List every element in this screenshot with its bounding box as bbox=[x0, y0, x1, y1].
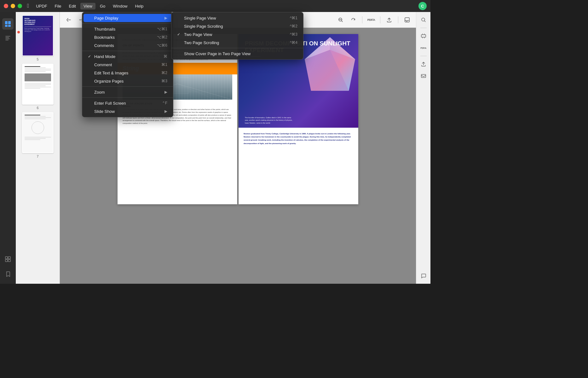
thumbnail-7[interactable]: 7 bbox=[19, 112, 57, 158]
inbox-button[interactable] bbox=[402, 15, 412, 25]
rs-envelope-button[interactable] bbox=[418, 71, 429, 81]
thumbnail-5[interactable]: PRISMDECOMPOSITION SUNLIGHTEXPERIMENT Ne… bbox=[19, 15, 57, 61]
comments-label: Comments bbox=[94, 43, 157, 48]
menu-zoom[interactable]: Zoom ▶ bbox=[82, 88, 173, 96]
toolbar-divider-5 bbox=[398, 16, 398, 23]
rs-pdfa-button[interactable]: PDF/A bbox=[418, 43, 429, 53]
menu-edit[interactable]: Edit bbox=[66, 3, 79, 9]
rs-divider-2 bbox=[420, 56, 427, 56]
sidebar-icon-bookmark[interactable] bbox=[2, 269, 14, 280]
menu-slide-show[interactable]: Slide Show ▶ bbox=[82, 107, 173, 115]
menu-organize-pages[interactable]: Organize Pages ⌘3 bbox=[82, 77, 173, 85]
full-screen-shortcut: ⌃F bbox=[162, 101, 167, 105]
right-sidebar: PDF/A bbox=[416, 12, 430, 284]
view-dropdown[interactable]: Page Display ▶ Thumbnails ⌥⌘1 Bookmarks … bbox=[82, 12, 173, 117]
submenu-show-cover-page[interactable]: Show Cover Page in Two Page View bbox=[171, 49, 303, 58]
svg-rect-0 bbox=[5, 21, 8, 24]
tpv-label: Two Page View bbox=[184, 32, 290, 37]
toolbar-divider-3 bbox=[362, 16, 362, 23]
pdf-tools-button[interactable]: PDF/A bbox=[366, 15, 376, 25]
menu-updf[interactable]: UPDF bbox=[33, 3, 50, 9]
thumb-5-num: 5 bbox=[37, 57, 38, 61]
menu-help[interactable]: Help bbox=[132, 3, 147, 9]
thumbnails-label: Thumbnails bbox=[94, 27, 157, 32]
tpv-shortcut: ^⌘3 bbox=[290, 32, 297, 37]
svg-rect-4 bbox=[5, 257, 8, 259]
svg-rect-2 bbox=[5, 25, 8, 27]
svg-rect-11 bbox=[405, 18, 409, 22]
rs-scan-button[interactable] bbox=[418, 31, 429, 41]
sidebar-icon-thumbnails[interactable] bbox=[2, 18, 14, 30]
sps-shortcut: ^⌘2 bbox=[290, 24, 297, 28]
thumb-5-body: Newton graduated from Trinity College, C… bbox=[25, 28, 51, 32]
comment-label: Comment bbox=[94, 62, 161, 67]
svg-rect-1 bbox=[8, 21, 11, 24]
right-page-lower: Newton graduated from Trinity College, C… bbox=[239, 128, 358, 204]
slide-show-label: Slide Show bbox=[94, 109, 164, 114]
rs-search-button[interactable] bbox=[418, 15, 429, 25]
menu-full-screen[interactable]: Enter Full Screen ⌃F bbox=[82, 99, 173, 107]
organize-label: Organize Pages bbox=[94, 79, 161, 84]
rs-comment-button[interactable] bbox=[418, 270, 429, 281]
zoom-arrow: ▶ bbox=[164, 90, 167, 94]
organize-shortcut: ⌘3 bbox=[161, 79, 167, 83]
apple-menu[interactable]:  bbox=[27, 3, 29, 9]
menu-sep-3 bbox=[82, 86, 173, 87]
sidebar-icon-organize[interactable] bbox=[2, 253, 14, 265]
share-button[interactable] bbox=[384, 15, 394, 25]
tps-shortcut: ^⌘4 bbox=[290, 40, 297, 45]
page-display-label: Page Display bbox=[94, 16, 164, 20]
menu-page-display[interactable]: Page Display ▶ bbox=[84, 14, 172, 22]
menu-sep-2 bbox=[82, 51, 173, 51]
left-sidebar bbox=[0, 12, 16, 284]
avatar[interactable]: C bbox=[418, 2, 427, 10]
edit-text-shortcut: ⌘2 bbox=[161, 71, 167, 75]
comment-shortcut: ⌘1 bbox=[161, 62, 167, 67]
thumbnail-6[interactable]: 6 bbox=[19, 64, 57, 110]
rotate-button[interactable] bbox=[348, 15, 358, 25]
menu-hand-mode[interactable]: ✓ Hand Mode ⌘ bbox=[82, 52, 173, 61]
menu-comments[interactable]: Comments ⌥⌘6 bbox=[82, 41, 173, 49]
scp-label: Show Cover Page in Two Page View bbox=[184, 51, 297, 56]
submenu-two-page-scrolling[interactable]: Two Page Scrolling ^⌘4 bbox=[171, 38, 303, 47]
sidebar-icon-tool2[interactable] bbox=[2, 32, 14, 44]
collapse-left-button[interactable] bbox=[64, 15, 74, 25]
zoom-label: Zoom bbox=[94, 90, 164, 95]
menu-bookmarks[interactable]: Bookmarks ⌥⌘2 bbox=[82, 33, 173, 41]
maximize-button[interactable] bbox=[18, 4, 22, 8]
menu-edit-text-images[interactable]: Edit Text & Images ⌘2 bbox=[82, 69, 173, 77]
rs-upload-button[interactable] bbox=[418, 59, 429, 69]
svg-rect-25 bbox=[421, 35, 426, 37]
menu-view[interactable]: View bbox=[80, 3, 95, 9]
hand-mode-label: Hand Mode bbox=[94, 54, 164, 59]
founder-text-area: The founder of kinematics, Galileo died … bbox=[245, 116, 295, 125]
sps-label: Single Page Scrolling bbox=[184, 24, 290, 29]
slide-show-arrow: ▶ bbox=[164, 109, 167, 113]
spv-shortcut: ^⌘1 bbox=[290, 16, 297, 20]
submenu-sep bbox=[171, 48, 303, 48]
menu-go[interactable]: Go bbox=[97, 3, 108, 9]
thumb-7-num: 7 bbox=[37, 154, 38, 158]
thumb-page-5[interactable]: PRISMDECOMPOSITION SUNLIGHTEXPERIMENT Ne… bbox=[22, 15, 54, 56]
close-button[interactable] bbox=[4, 4, 8, 8]
submenu-single-page-scrolling[interactable]: Single Page Scrolling ^⌘2 bbox=[171, 22, 303, 30]
minimize-button[interactable] bbox=[11, 4, 15, 8]
submenu-two-page-view[interactable]: ✓ Two Page View ^⌘3 bbox=[171, 30, 303, 38]
page-display-arrow: ▶ bbox=[164, 16, 167, 20]
submenu-single-page-view[interactable]: Single Page View ^⌘1 bbox=[171, 14, 303, 22]
thumb-page-6[interactable] bbox=[22, 64, 54, 105]
menu-sep-4 bbox=[82, 97, 173, 98]
comments-shortcut: ⌥⌘6 bbox=[157, 43, 167, 48]
menu-file[interactable]: File bbox=[52, 3, 65, 9]
menu-sep-1 bbox=[82, 23, 173, 24]
menu-window[interactable]: Window bbox=[110, 3, 130, 9]
hand-mode-check: ✓ bbox=[88, 54, 93, 59]
hand-mode-shortcut: ⌘ bbox=[164, 54, 167, 59]
zoom-out-button[interactable] bbox=[336, 15, 346, 25]
menu-comment[interactable]: Comment ⌘1 bbox=[82, 61, 173, 69]
thumb-page-7[interactable] bbox=[22, 112, 54, 153]
founder-text: The founder of kinematics, Galileo died … bbox=[245, 116, 295, 125]
menu-thumbnails[interactable]: Thumbnails ⌥⌘1 bbox=[82, 25, 173, 33]
page-display-submenu[interactable]: Single Page View ^⌘1 Single Page Scrolli… bbox=[171, 12, 303, 60]
menu-bar:  UPDF File Edit View Go Window Help bbox=[27, 3, 418, 9]
